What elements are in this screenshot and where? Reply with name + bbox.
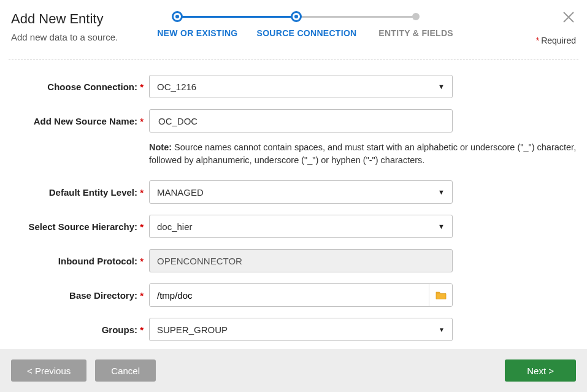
asterisk-icon: * — [140, 290, 144, 301]
asterisk-icon: * — [140, 187, 144, 198]
source-name-input-wrap — [149, 109, 453, 133]
chevron-down-icon: ▼ — [438, 188, 445, 196]
asterisk-icon: * — [140, 116, 144, 126]
protocol-field: OPENCONNECTOR — [149, 249, 453, 272]
row-connection: Choose Connection: * OC_1216 ▼ — [0, 75, 587, 98]
step-line-2 — [296, 16, 415, 18]
asterisk-icon: * — [140, 221, 144, 232]
entity-level-select[interactable]: MANAGED ▼ — [149, 180, 453, 204]
step-dot-2[interactable] — [291, 11, 302, 22]
base-dir-input[interactable] — [150, 284, 429, 306]
step-label-new-or-existing[interactable]: NEW OR EXISTING — [147, 28, 248, 38]
entity-level-value: MANAGED — [157, 187, 204, 198]
folder-icon — [435, 290, 447, 300]
connection-select[interactable]: OC_1216 ▼ — [149, 75, 453, 98]
chevron-down-icon: ▼ — [438, 83, 445, 90]
label-base-dir: Base Directory: * — [0, 290, 149, 301]
label-connection: Choose Connection: * — [0, 82, 149, 92]
label-hierarchy: Select Source Hierarchy: * — [0, 221, 149, 232]
chevron-down-icon: ▼ — [438, 223, 445, 230]
close-icon — [561, 10, 576, 25]
wizard-stepper: NEW OR EXISTING SOURCE CONNECTION ENTITY… — [147, 11, 466, 38]
required-indicator: *Required — [536, 36, 576, 45]
form-body: Choose Connection: * OC_1216 ▼ Add New S… — [0, 60, 587, 341]
dialog-footer: < Previous Cancel Next > — [0, 349, 587, 392]
label-groups: Groups: * — [0, 325, 149, 335]
asterisk-icon: * — [140, 325, 144, 335]
row-source-name: Add New Source Name: * — [0, 109, 587, 133]
step-label-entity-fields: ENTITY & FIELDS — [366, 28, 466, 38]
step-track — [147, 11, 466, 23]
step-line-1 — [177, 16, 296, 18]
row-groups: Groups: * SUPER_GROUP ▼ — [0, 318, 587, 341]
browse-button[interactable] — [429, 284, 452, 306]
required-label: Required — [541, 36, 576, 45]
protocol-value: OPENCONNECTOR — [157, 256, 242, 266]
source-name-note: Note: Source names cannot contain spaces… — [149, 140, 578, 167]
source-name-input[interactable] — [157, 110, 445, 132]
close-button[interactable] — [561, 10, 576, 26]
row-base-dir: Base Directory: * — [0, 283, 587, 307]
step-dot-1[interactable] — [172, 11, 183, 22]
hierarchy-select[interactable]: doc_hier ▼ — [149, 215, 453, 238]
step-labels: NEW OR EXISTING SOURCE CONNECTION ENTITY… — [147, 28, 466, 38]
row-protocol: Inbound Protocol: * OPENCONNECTOR — [0, 249, 587, 272]
row-entity-level: Default Entity Level: * MANAGED ▼ — [0, 180, 587, 204]
row-hierarchy: Select Source Hierarchy: * doc_hier ▼ — [0, 215, 587, 238]
hierarchy-value: doc_hier — [157, 221, 193, 232]
step-dot-3 — [412, 13, 420, 20]
next-button[interactable]: Next > — [505, 359, 576, 382]
step-label-source-connection[interactable]: SOURCE CONNECTION — [248, 28, 366, 38]
label-entity-level: Default Entity Level: * — [0, 187, 149, 198]
asterisk-icon: * — [536, 36, 539, 45]
cancel-button[interactable]: Cancel — [95, 359, 156, 382]
connection-value: OC_1216 — [157, 82, 196, 92]
previous-button[interactable]: < Previous — [11, 359, 86, 382]
groups-select[interactable]: SUPER_GROUP ▼ — [149, 318, 453, 341]
groups-value: SUPER_GROUP — [157, 325, 228, 335]
label-protocol: Inbound Protocol: * — [0, 256, 149, 266]
row-note: Note: Source names cannot contain spaces… — [0, 140, 587, 167]
chevron-down-icon: ▼ — [439, 326, 445, 333]
note-prefix: Note: — [149, 142, 172, 152]
base-dir-wrap — [149, 283, 453, 307]
asterisk-icon: * — [140, 82, 144, 92]
label-source-name: Add New Source Name: * — [0, 116, 149, 126]
asterisk-icon: * — [140, 256, 144, 266]
note-body: Source names cannot contain spaces, and … — [149, 142, 576, 165]
dialog-header: Add New Entity Add new data to a source.… — [0, 0, 587, 42]
